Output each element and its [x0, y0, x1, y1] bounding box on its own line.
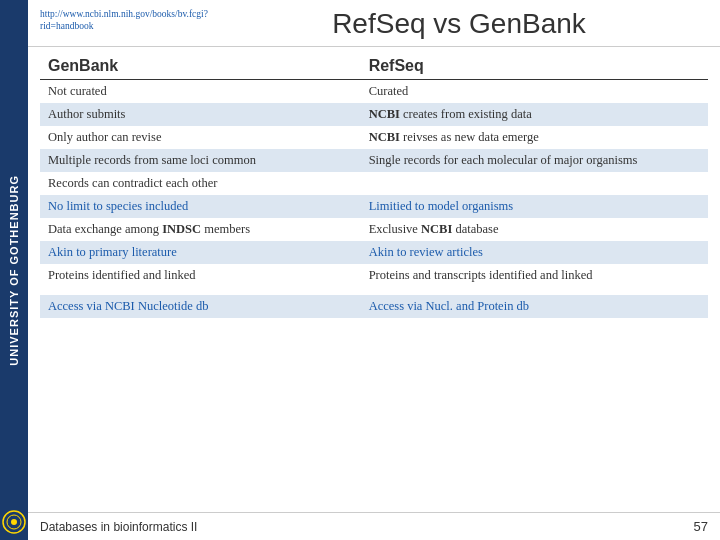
table-row: Not curatedCurated: [40, 80, 708, 104]
table-cell-col1: Access via NCBI Nucleotide db: [40, 295, 361, 318]
footer-left-text: Databases in bioinformatics II: [40, 520, 197, 534]
table-cell-col1: Records can contradict each other: [40, 172, 361, 195]
footer: Databases in bioinformatics II 57: [28, 512, 720, 540]
table-row: Access via NCBI Nucleotide dbAccess via …: [40, 295, 708, 318]
table-cell-col2: NCBI creates from existing data: [361, 103, 708, 126]
table-cell-col2: Limitied to model organisms: [361, 195, 708, 218]
table-row: Multiple records from same loci commonSi…: [40, 149, 708, 172]
table-cell-col2: Access via Nucl. and Protein db: [361, 295, 708, 318]
table-cell-col1: Only author can revise: [40, 126, 361, 149]
table-cell-col1: Proteins identified and linked: [40, 264, 361, 287]
table-cell-col1: Not curated: [40, 80, 361, 104]
table-cell-col1: Akin to primary literature: [40, 241, 361, 264]
footer-page-number: 57: [694, 519, 708, 534]
table-cell-col2: NCBI reivses as new data emerge: [361, 126, 708, 149]
table-row: Records can contradict each other: [40, 172, 708, 195]
table-cell-col1: [40, 287, 361, 295]
table-cell-col2: [361, 172, 708, 195]
col2-header: RefSeq: [361, 51, 708, 80]
table-cell-col1: Data exchange among INDSC members: [40, 218, 361, 241]
table-row: Only author can reviseNCBI reivses as ne…: [40, 126, 708, 149]
table-cell-col2: Exclusive NCBI database: [361, 218, 708, 241]
table-row: No limit to species includedLimitied to …: [40, 195, 708, 218]
page-title: RefSeq vs GenBank: [200, 8, 708, 40]
table-row: Proteins identified and linkedProteins a…: [40, 264, 708, 287]
university-logo: [2, 510, 26, 534]
university-name: UNIVERSITY OF GOTHENBURG: [8, 175, 20, 366]
table-cell-col2: Single records for each molecular of maj…: [361, 149, 708, 172]
table-cell-col1: Author submits: [40, 103, 361, 126]
table-cell-col2: Curated: [361, 80, 708, 104]
col1-header: GenBank: [40, 51, 361, 80]
header: http://www.ncbi.nlm.nih.gov/books/bv.fcg…: [28, 0, 720, 47]
table-row: Author submitsNCBI creates from existing…: [40, 103, 708, 126]
url-link[interactable]: http://www.ncbi.nlm.nih.gov/books/bv.fcg…: [40, 8, 200, 33]
table-cell-col2: [361, 287, 708, 295]
table-cell-col1: Multiple records from same loci common: [40, 149, 361, 172]
table-section: GenBank RefSeq Not curatedCuratedAuthor …: [28, 47, 720, 512]
table-row: Data exchange among INDSC membersExclusi…: [40, 218, 708, 241]
table-body: Not curatedCuratedAuthor submitsNCBI cre…: [40, 80, 708, 319]
sidebar: UNIVERSITY OF GOTHENBURG: [0, 0, 28, 540]
table-cell-col2: Proteins and transcripts identified and …: [361, 264, 708, 287]
main-content: http://www.ncbi.nlm.nih.gov/books/bv.fcg…: [28, 0, 720, 540]
svg-point-2: [11, 519, 17, 525]
table-row: [40, 287, 708, 295]
table-cell-col1: No limit to species included: [40, 195, 361, 218]
table-row: Akin to primary literatureAkin to review…: [40, 241, 708, 264]
table-cell-col2: Akin to review articles: [361, 241, 708, 264]
comparison-table: GenBank RefSeq Not curatedCuratedAuthor …: [40, 51, 708, 318]
